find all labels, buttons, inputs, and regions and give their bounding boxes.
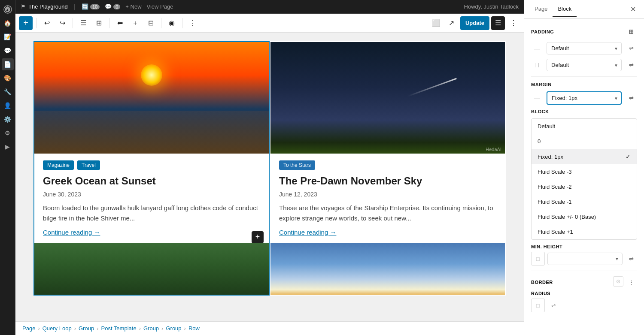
post-1-title: Greek Ocean at Sunset <box>43 175 260 187</box>
site-name-label[interactable]: The Playground <box>28 3 68 10</box>
users-icon[interactable]: 👤 <box>2 100 14 112</box>
settings-icon[interactable]: ⚙ <box>2 127 14 139</box>
breadcrumb-query-loop[interactable]: Query Loop <box>43 325 72 332</box>
comments-link[interactable]: 💬 0 <box>105 3 120 10</box>
color-picker-button[interactable]: ◉ <box>165 16 179 30</box>
tab-block[interactable]: Block <box>553 1 577 17</box>
dropdown-item-fluid-scale-base[interactable]: Fluid Scale +/- 0 (Base) <box>532 209 637 224</box>
dropdown-item-fluid-scale-plus1[interactable]: Fluid Scale +1 <box>532 224 637 239</box>
padding-sides-settings-icon[interactable]: ⇌ <box>625 59 637 71</box>
view-mode-desktop-button[interactable]: ⬜ <box>429 16 443 30</box>
appearance-icon[interactable]: 🎨 <box>2 72 14 84</box>
media-icon[interactable]: ▶ <box>2 141 14 153</box>
post-1-bottom-image <box>34 243 269 295</box>
editor-options-button[interactable]: ⋮ <box>507 16 520 30</box>
add-inline-button[interactable]: + <box>128 16 142 30</box>
padding-section-label: PADDING ⊞ <box>531 26 637 38</box>
update-button[interactable]: Update <box>460 16 489 30</box>
post-card-2[interactable]: HedaAI To the Stars The Pre-Dawn Novembe… <box>270 41 506 296</box>
breadcrumb-page[interactable]: Page <box>22 325 35 332</box>
breadcrumb-group-3[interactable]: Group <box>166 325 181 332</box>
updates-link[interactable]: 🔄 10 <box>82 3 100 10</box>
block-toggle-button[interactable]: ⊞ <box>92 16 106 30</box>
post-card-1[interactable]: + Magazine Travel Greek Ocean at Sunset … <box>33 41 270 296</box>
margin-section-label: MARGIN <box>531 82 637 87</box>
tab-page[interactable]: Page <box>529 1 553 17</box>
dropdown-item-default[interactable]: Default <box>532 119 637 134</box>
view-mode-external-button[interactable]: ↗ <box>445 16 459 30</box>
dropdown-item-fluid-scale-neg2[interactable]: Fluid Scale -2 <box>532 179 637 194</box>
posts-icon[interactable]: 📝 <box>2 31 14 43</box>
radius-label: RADIUS <box>531 291 550 296</box>
dropdown-item-0[interactable]: 0 <box>532 134 637 149</box>
left-toolbar: 🏠 📝 💬 📄 🎨 🔧 👤 ⚙️ ⚙ ▶ <box>0 0 15 335</box>
plugins-icon[interactable]: 🔧 <box>2 86 14 98</box>
post-2-tag-stars[interactable]: To the Stars <box>279 160 315 170</box>
padding-top-select[interactable]: Default <box>547 42 622 54</box>
admin-bar: ⚑ The Playground | 🔄 10 💬 0 + New View P… <box>15 0 524 14</box>
list-view-button[interactable]: ☰ <box>76 16 90 30</box>
block-section-label: BLOCK <box>531 109 637 114</box>
divider-2 <box>531 271 637 271</box>
view-page-link[interactable]: View Page <box>147 3 173 10</box>
new-link[interactable]: + New <box>125 3 141 10</box>
add-block-overlay-button[interactable]: + <box>252 231 264 243</box>
sidebar-close-button[interactable]: ✕ <box>627 3 639 15</box>
post-2-read-more[interactable]: Continue reading → <box>279 229 336 236</box>
post-image-1 <box>34 42 269 154</box>
add-block-button[interactable]: + <box>19 16 33 30</box>
breadcrumb-row[interactable]: Row <box>188 325 200 332</box>
padding-sides-select[interactable]: Default <box>547 59 622 71</box>
rocket-streak-decoration <box>408 78 457 97</box>
sidebar-toggle-button[interactable]: ☰ <box>491 16 505 30</box>
padding-top-settings-icon[interactable]: ⇌ <box>625 42 637 54</box>
margin-select[interactable]: Fixed: 1px <box>547 91 622 105</box>
view-page-label: View Page <box>147 3 173 10</box>
post-1-tag-travel[interactable]: Travel <box>77 160 100 170</box>
min-height-select[interactable] <box>547 253 623 265</box>
site-name: ⚑ The Playground <box>21 3 68 10</box>
margin-settings-icon[interactable]: ⇌ <box>625 92 637 104</box>
dropdown-item-fixed-1px[interactable]: Fixed: 1px ✓ <box>532 149 637 164</box>
radius-link-icon[interactable]: ⇌ <box>547 299 559 311</box>
redo-button[interactable]: ↪ <box>55 16 69 30</box>
dropdown-item-fluid-scale-neg1[interactable]: Fluid Scale -1 <box>532 194 637 209</box>
undo-button[interactable]: ↩ <box>40 16 54 30</box>
sidebar-tabs: Page Block ✕ <box>524 0 644 19</box>
editor-content: + Magazine Travel Greek Ocean at Sunset … <box>15 33 524 321</box>
more-options-button[interactable]: ⋮ <box>186 16 200 30</box>
min-height-link-icon[interactable]: ⇌ <box>625 253 637 265</box>
border-actions: ⊘ ⋮ <box>613 276 637 288</box>
post-1-tag-magazine[interactable]: Magazine <box>43 160 74 170</box>
radius-checkbox[interactable]: □ <box>531 299 545 312</box>
post-2-bottom-image <box>270 243 505 295</box>
padding-top-row: — Default ▼ ⇌ <box>531 42 637 54</box>
breadcrumb-group-2[interactable]: Group <box>143 325 159 332</box>
new-label: + New <box>125 3 141 10</box>
post-1-read-more[interactable]: Continue reading → <box>43 229 100 236</box>
post-1-tags: Magazine Travel <box>43 160 260 170</box>
border-disabled-icon[interactable]: ⊘ <box>613 276 623 287</box>
comments-icon[interactable]: 💬 <box>2 45 14 57</box>
pages-icon[interactable]: 📄 <box>2 58 14 70</box>
align-left-button[interactable]: ⬅ <box>113 16 127 30</box>
padding-sides-row: | | Default ▼ ⇌ <box>531 59 637 71</box>
padding-options-icon[interactable]: ⊞ <box>625 26 637 38</box>
sun-decoration <box>141 64 162 86</box>
tools-icon[interactable]: ⚙️ <box>2 113 14 125</box>
radius-row: RADIUS <box>531 291 637 296</box>
post-grid: + Magazine Travel Greek Ocean at Sunset … <box>33 41 506 296</box>
border-more-options[interactable]: ⋮ <box>625 276 637 288</box>
min-height-checkbox[interactable]: □ <box>531 252 545 266</box>
comments-badge: 0 <box>113 4 120 9</box>
margin-row: — Fixed: 1px ▼ ⇌ <box>531 91 637 105</box>
dropdown-item-fluid-scale-neg3[interactable]: Fluid Scale -3 <box>532 164 637 179</box>
breadcrumb-group-1[interactable]: Group <box>79 325 94 332</box>
wp-logo-icon[interactable] <box>2 3 14 15</box>
align-center-button[interactable]: ⊟ <box>144 16 158 30</box>
dashboard-icon[interactable]: 🏠 <box>2 17 14 29</box>
toolbar-separator-3 <box>109 18 109 28</box>
breadcrumb-post-template[interactable]: Post Template <box>101 325 136 332</box>
editor-toolbar: + ↩ ↪ ☰ ⊞ ⬅ + ⊟ ◉ ⋮ ⬜ ↗ Update ☰ ⋮ <box>15 14 524 33</box>
border-label: Border <box>531 280 553 285</box>
